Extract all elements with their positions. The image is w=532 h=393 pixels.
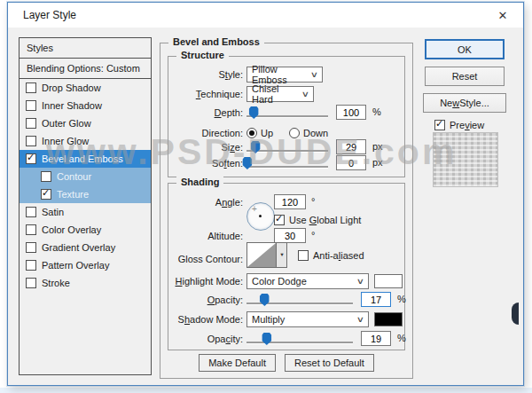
altitude-input[interactable]: [274, 228, 306, 243]
make-default-button[interactable]: Make Default: [199, 354, 276, 372]
screenshot-root: Layer Style ✕ Styles Blending Options: C…: [0, 0, 532, 393]
sidebar-item-label: Outer Glow: [42, 118, 91, 129]
highlight-opacity-input[interactable]: [361, 292, 391, 307]
satin-checkbox[interactable]: [26, 207, 36, 217]
sidebar-item-drop-shadow[interactable]: Drop Shadow: [20, 79, 151, 97]
soften-slider[interactable]: [246, 156, 328, 170]
soften-input[interactable]: [336, 155, 366, 170]
soften-row: Soften: px: [168, 155, 401, 171]
title-bar[interactable]: Layer Style ✕: [8, 3, 523, 28]
sidebar-item-label: Texture: [57, 189, 89, 200]
reset-button[interactable]: Reset: [425, 67, 505, 86]
sidebar-item-contour[interactable]: Contour: [20, 168, 151, 185]
direction-down-label: Down: [303, 128, 328, 138]
angle-row: Angle: °: [168, 194, 401, 210]
style-row: Style: Pillow Emboss ∨: [168, 67, 401, 83]
slider-track[interactable]: [246, 166, 328, 168]
sidebar-item-blending-options[interactable]: Blending Options: Custom: [20, 59, 151, 79]
soften-label: Soften:: [168, 158, 243, 169]
highlight-opacity-unit: %: [397, 294, 406, 304]
bevel-emboss-checkbox[interactable]: ✓: [26, 153, 36, 164]
outer-glow-checkbox[interactable]: [26, 118, 36, 129]
shading-legend: Shading: [176, 177, 223, 187]
size-slider[interactable]: [246, 140, 328, 154]
check-icon: ✓: [42, 187, 50, 198]
shadow-mode-select[interactable]: Multiply ∨: [246, 311, 369, 327]
depth-row: Depth: %: [168, 105, 401, 121]
technique-value: Chisel Hard: [252, 83, 302, 105]
sidebar-item-label: Bevel and Emboss: [42, 153, 123, 164]
shadow-opacity-label: Opacity:: [168, 334, 243, 344]
shadow-opacity-unit: %: [397, 333, 406, 343]
inner-shadow-checkbox[interactable]: [26, 100, 36, 111]
sidebar-item-label: Inner Glow: [42, 136, 89, 146]
global-light-row: ✓ Use Global Light: [274, 212, 401, 228]
sidebar-item-label: Inner Shadow: [42, 100, 102, 111]
sidebar-item-outer-glow[interactable]: Outer Glow: [20, 114, 151, 132]
angle-pointer-icon: +: [252, 204, 257, 214]
contour-checkbox[interactable]: [41, 171, 51, 182]
highlight-opacity-slider[interactable]: [246, 293, 353, 307]
sidebar-item-satin[interactable]: Satin: [20, 203, 151, 221]
shadow-mode-row: Shadow Mode: Multiply ∨: [168, 311, 401, 327]
check-icon: ✓: [27, 152, 35, 162]
shadow-mode-label: Shadow Mode:: [168, 314, 243, 325]
gloss-contour-arrow[interactable]: ▼: [277, 242, 287, 268]
shadow-color-swatch[interactable]: [374, 312, 403, 326]
texture-checkbox[interactable]: ✓: [41, 189, 51, 200]
panel-title: Bevel and Emboss: [168, 36, 264, 47]
highlight-mode-select[interactable]: Color Dodge ∨: [246, 273, 369, 289]
styles-list-header[interactable]: Styles: [20, 38, 151, 59]
sidebar-item-bevel-and-emboss[interactable]: ✓ Bevel and Emboss: [20, 150, 151, 168]
highlight-mode-label: Highlight Mode:: [168, 276, 243, 287]
slider-track[interactable]: [246, 115, 328, 117]
preview-checkbox[interactable]: ✓: [434, 120, 445, 130]
angle-unit: °: [311, 196, 315, 207]
highlight-color-swatch[interactable]: [374, 274, 403, 288]
anti-aliased-checkbox[interactable]: [298, 250, 309, 261]
highlight-opacity-row: Opacity: %: [168, 292, 401, 308]
use-global-light-checkbox[interactable]: ✓: [274, 215, 285, 225]
angle-dial[interactable]: +: [246, 202, 275, 231]
style-select[interactable]: Pillow Emboss ∨: [246, 67, 323, 83]
sidebar-item-inner-shadow[interactable]: Inner Shadow: [20, 97, 151, 114]
chevron-down-icon: ∨: [301, 90, 309, 98]
technique-label: Technique:: [168, 89, 243, 99]
bevel-emboss-panel: Bevel and Emboss Structure Style: Pillow…: [160, 43, 413, 379]
depth-slider[interactable]: [246, 106, 328, 120]
depth-input[interactable]: [336, 105, 366, 120]
reset-to-default-button[interactable]: Reset to Default: [285, 354, 374, 372]
size-label: Size:: [168, 142, 243, 153]
drop-shadow-checkbox[interactable]: [26, 83, 36, 93]
stroke-checkbox[interactable]: [26, 278, 36, 288]
sidebar-item-pattern-overlay[interactable]: Pattern Overlay: [20, 256, 151, 274]
antialiased-row: Anti-aliased: [298, 248, 401, 263]
color-overlay-checkbox[interactable]: [26, 224, 36, 235]
sidebar-item-label: Contour: [57, 171, 91, 182]
direction-down-radio[interactable]: [289, 128, 300, 138]
slider-track[interactable]: [246, 342, 353, 343]
sidebar-item-gradient-overlay[interactable]: Gradient Overlay: [20, 239, 151, 256]
gloss-contour-picker[interactable]: ▼: [246, 242, 287, 268]
angle-input[interactable]: [274, 194, 306, 209]
shadow-opacity-input[interactable]: [361, 331, 391, 346]
direction-up-radio[interactable]: [246, 128, 257, 138]
styles-list: Styles Blending Options: Custom Drop Sha…: [19, 37, 152, 375]
ok-button[interactable]: OK: [425, 39, 505, 59]
size-input[interactable]: [336, 139, 366, 154]
sidebar-item-texture[interactable]: ✓ Texture: [20, 185, 151, 203]
new-style-button[interactable]: New Style...: [423, 93, 506, 113]
gradient-overlay-checkbox[interactable]: [26, 242, 36, 253]
anti-aliased-label: Anti-aliased: [313, 250, 364, 261]
technique-select[interactable]: Chisel Hard ∨: [246, 86, 314, 102]
sidebar-item-inner-glow[interactable]: Inner Glow: [20, 132, 151, 150]
gloss-contour-thumbnail[interactable]: [246, 242, 277, 268]
close-icon[interactable]: ✕: [488, 3, 518, 28]
inner-glow-checkbox[interactable]: [26, 136, 36, 146]
use-global-light-label: Use Global Light: [289, 215, 361, 225]
shadow-opacity-slider[interactable]: [246, 332, 353, 346]
pattern-overlay-checkbox[interactable]: [26, 260, 36, 271]
shadow-mode-value: Multiply: [252, 314, 285, 325]
sidebar-item-stroke[interactable]: Stroke: [20, 274, 151, 292]
sidebar-item-color-overlay[interactable]: Color Overlay: [20, 221, 151, 239]
